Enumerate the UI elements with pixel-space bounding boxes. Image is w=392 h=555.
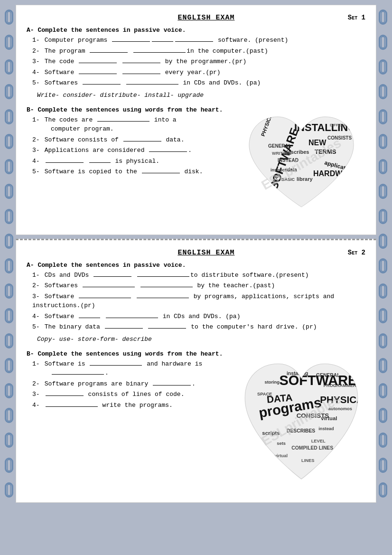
svg-text:instead: instead <box>318 426 334 431</box>
clip <box>5 308 13 323</box>
clip <box>5 109 13 124</box>
clip <box>379 109 387 124</box>
list-item: 5- Software is copied to the disk. <box>32 167 233 177</box>
list-item: 4- Software in CDs and DVDs. (pa) <box>32 312 365 321</box>
svg-text:BASIC: BASIC <box>281 177 295 182</box>
list-item: 5- The binary data to the computer's har… <box>32 322 365 332</box>
svg-text:DESCRIBES: DESCRIBES <box>287 428 315 433</box>
list-item: 2- Software consists of data. <box>32 135 233 145</box>
svg-text:data: data <box>287 167 297 172</box>
clip <box>5 283 13 299</box>
list-item: 4- is physical. <box>32 157 233 166</box>
svg-text:library: library <box>297 176 313 182</box>
clip <box>379 258 387 273</box>
set1-title: ENGLISH EXAM <box>65 14 348 22</box>
set2-partA-list: 1- CDs and DVDs to distribute software.(… <box>27 271 365 332</box>
clip <box>5 258 13 273</box>
clip <box>5 234 13 249</box>
set2-section: ENGLISH EXAM Set 2 A- Complete the sente… <box>16 239 376 503</box>
set2-wordlist: Copy- use- store-form- describe <box>37 336 365 343</box>
clip <box>379 458 387 473</box>
clip <box>379 408 387 423</box>
svg-text:scripts: scripts <box>262 430 280 436</box>
list-item: 1- CDs and DVDs to distribute software.(… <box>32 271 365 280</box>
clip <box>5 383 13 398</box>
set2-partB-col: B- Complete the sentences using words fr… <box>27 347 233 494</box>
set1-partB-instruction: B- Complete the sentences using words fr… <box>27 106 233 113</box>
svg-text:COMPILED LINES: COMPILED LINES <box>291 445 333 451</box>
clip <box>5 84 13 99</box>
clip <box>5 482 13 498</box>
clip <box>5 134 13 149</box>
svg-text:TERMS: TERMS <box>315 148 336 155</box>
list-item: 4- write the programs. <box>32 401 233 410</box>
clip <box>379 234 387 249</box>
svg-text:storing: storing <box>265 379 280 384</box>
set1-image-col: PHYSICAL SOFTWARE INSTALLING NEW CONSIST… <box>237 103 365 226</box>
set2-label: Set 2 <box>348 249 365 256</box>
svg-text:DIFFICULT: DIFFICULT <box>330 123 349 127</box>
set1-partB-col: B- Complete the sentences using words fr… <box>27 103 233 226</box>
clip <box>379 134 387 149</box>
clip <box>379 59 387 75</box>
clip <box>5 159 13 174</box>
set2-header: ENGLISH EXAM Set 2 <box>27 249 365 257</box>
svg-text:sets: sets <box>277 441 286 445</box>
set2-content-area: B- Complete the sentences using words fr… <box>27 347 365 494</box>
set1-partA-list: 1- Computer programs software. (present)… <box>27 36 365 88</box>
svg-text:SOFTWARE: SOFTWARE <box>280 372 357 387</box>
clip <box>379 184 387 199</box>
svg-text:WRITTEN: WRITTEN <box>272 151 291 156</box>
set1-wordlist: Write- consider- distribute- install- up… <box>37 92 365 99</box>
set2-title: ENGLISH EXAM <box>65 249 348 257</box>
set2-word-heart: storing GENERAL PROGRAMMERS installing S… <box>237 347 365 494</box>
list-item: 3- Applications are considered . <box>32 146 233 155</box>
svg-text:LEVEL: LEVEL <box>311 438 326 443</box>
left-clips <box>2 5 16 503</box>
clip <box>379 433 387 448</box>
list-item: 3- consists of lines of code. <box>32 390 233 399</box>
set2-image-col: storing GENERAL PROGRAMMERS installing S… <box>237 347 365 494</box>
list-item: 5- Softwares in CDs and DVDs. (pa) <box>32 78 365 88</box>
clip <box>5 59 13 75</box>
clip <box>379 482 387 498</box>
set2-heart-svg: storing GENERAL PROGRAMMERS installing S… <box>237 347 365 494</box>
set1-header: ENGLISH EXAM Set 1 <box>27 14 365 22</box>
clip <box>379 159 387 174</box>
list-item: 2- The program in the computer.(past) <box>32 47 365 56</box>
svg-text:GENERAL: GENERAL <box>268 143 291 149</box>
clip <box>5 408 13 423</box>
set1-heart-svg: PHYSICAL SOFTWARE INSTALLING NEW CONSIST… <box>237 103 365 226</box>
svg-text:compiled: compiled <box>336 179 357 193</box>
clip <box>5 333 13 348</box>
clip <box>379 383 387 398</box>
clip <box>5 433 13 448</box>
clip <box>379 333 387 348</box>
set1-content-area: B- Complete the sentences using words fr… <box>27 103 365 226</box>
right-clips <box>376 5 390 503</box>
list-item: 2- Software programs are binary . <box>32 379 233 389</box>
clip <box>5 209 13 224</box>
clip <box>379 84 387 99</box>
svg-text:INSTALLING: INSTALLING <box>294 122 356 133</box>
set1-partA-instruction: A- Complete the sentences in passive voi… <box>27 27 365 34</box>
list-item: 2- Softwares by the teacher.(past) <box>32 281 365 291</box>
clip <box>379 35 387 50</box>
set2-partB-list: 1- Software is and hardware is . 2- Soft… <box>27 359 233 410</box>
svg-text:SPACE: SPACE <box>257 392 272 396</box>
list-item: 3- The code by the programmer.(pr) <box>32 57 365 66</box>
clip <box>379 308 387 323</box>
list-item: 3- Software by programs, applications, s… <box>32 292 365 310</box>
clip <box>5 458 13 473</box>
set1-partB-list: 1- The codes are into a computer program… <box>27 115 233 177</box>
list-item: 1- The codes are into a computer program… <box>32 115 233 134</box>
svg-text:CONSISTS: CONSISTS <box>327 135 352 141</box>
set1-section: ENGLISH EXAM Set 1 A- Complete the sente… <box>16 5 376 235</box>
clip <box>379 358 387 373</box>
svg-text:virtual: virtual <box>274 453 288 458</box>
clip <box>5 184 13 199</box>
svg-text:virtual: virtual <box>321 415 337 421</box>
svg-text:LINES: LINES <box>301 458 314 462</box>
clip <box>379 283 387 299</box>
set2-partB-instruction: B- Complete the sentences using words fr… <box>27 350 233 357</box>
